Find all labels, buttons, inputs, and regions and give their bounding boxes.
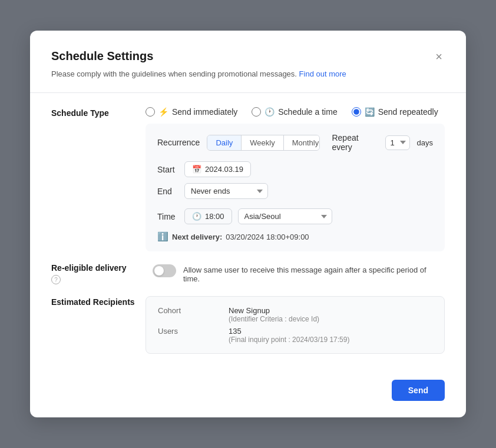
schedule-type-label: Schedule Type bbox=[51, 107, 146, 118]
modal-title: Schedule Settings bbox=[51, 49, 153, 63]
calendar-icon: 📅 bbox=[192, 165, 201, 174]
users-value-group: 135 (Final inquiry point : 2024/03/19 17… bbox=[229, 327, 432, 344]
users-value: 135 bbox=[229, 327, 432, 336]
repeat-unit: days bbox=[417, 138, 433, 147]
clock-small-icon: 🕐 bbox=[192, 212, 201, 221]
modal-description: Please comply with the guidelines when s… bbox=[51, 69, 445, 78]
reeligible-toggle[interactable] bbox=[153, 264, 176, 277]
cohort-value-group: New Signup (Identifier Criteria : device… bbox=[229, 306, 432, 323]
schedule-type-options: ⚡ Send immediately 🕐 Schedule a time 🔄 S… bbox=[146, 107, 445, 251]
modal-header: Schedule Settings × bbox=[51, 49, 445, 64]
repeat-value-select[interactable]: 1 bbox=[385, 135, 410, 150]
next-delivery-row: ℹ️ Next delivery: 03/20/2024 18:00+09:00 bbox=[157, 231, 433, 242]
recurrence-row: Recurrence Daily Weekly Monthly Repeat e… bbox=[157, 133, 433, 152]
recipients-content: Cohort New Signup (Identifier Criteria :… bbox=[146, 296, 445, 368]
end-label: End bbox=[157, 187, 178, 196]
recurrence-label: Recurrence bbox=[157, 138, 200, 147]
repeat-every-label: Repeat every bbox=[332, 133, 378, 152]
users-sub: (Final inquiry point : 2024/03/19 17:59) bbox=[229, 336, 432, 344]
reeligible-label: Re-eligible delivery bbox=[51, 263, 146, 273]
help-icon[interactable]: ? bbox=[51, 275, 61, 284]
start-label: Start bbox=[157, 165, 178, 174]
schedule-type-row: Schedule Type ⚡ Send immediately 🕐 Sched… bbox=[51, 107, 445, 251]
lightning-icon: ⚡ bbox=[158, 107, 168, 117]
timezone-select[interactable]: Asia/Seoul UTC America/New_York bbox=[238, 208, 332, 224]
tab-weekly[interactable]: Weekly bbox=[242, 135, 283, 150]
find-out-more-link[interactable]: Find out more bbox=[299, 69, 346, 78]
next-delivery-value: 03/20/2024 18:00+09:00 bbox=[226, 233, 309, 241]
next-delivery-label: Next delivery: bbox=[172, 233, 222, 241]
time-row: Time 🕐 18:00 Asia/Seoul UTC America/New_… bbox=[157, 208, 433, 224]
radio-send-repeatedly[interactable]: 🔄 Send repeatedly bbox=[352, 107, 438, 117]
cohort-key: Cohort bbox=[158, 306, 229, 323]
modal-footer: Send bbox=[51, 380, 445, 401]
send-button[interactable]: Send bbox=[392, 380, 445, 401]
info-icon: ℹ️ bbox=[157, 231, 168, 242]
reeligible-description: Allow same user to receive this message … bbox=[183, 263, 445, 283]
close-button[interactable]: × bbox=[433, 49, 445, 64]
time-value: 18:00 bbox=[205, 212, 224, 221]
recipients-section-label: Estimated Recipients bbox=[51, 296, 146, 307]
schedule-settings-modal: Schedule Settings × Please comply with t… bbox=[30, 31, 466, 417]
next-delivery-prefix: Next delivery: bbox=[172, 233, 222, 241]
time-display: 🕐 18:00 bbox=[184, 208, 232, 224]
radio-repeatedly-input[interactable] bbox=[352, 107, 361, 117]
toggle-slider bbox=[153, 264, 176, 277]
users-key: Users bbox=[158, 327, 229, 344]
time-label: Time bbox=[157, 212, 178, 221]
tab-monthly[interactable]: Monthly bbox=[284, 135, 320, 150]
start-date-value: 2024.03.19 bbox=[205, 165, 243, 174]
period-end-row: End Never ends On date After occurrences bbox=[157, 183, 433, 199]
recipients-row: Estimated Recipients Cohort New Signup (… bbox=[51, 296, 445, 368]
recipients-section: Cohort New Signup (Identifier Criteria :… bbox=[146, 296, 445, 354]
radio-schedule-time-input[interactable] bbox=[252, 107, 261, 117]
divider bbox=[30, 92, 466, 93]
cohort-value: New Signup bbox=[229, 306, 432, 315]
reeligible-label-group: Re-eligible delivery ? bbox=[51, 263, 146, 284]
repeat-icon: 🔄 bbox=[365, 107, 375, 117]
radio-schedule-time[interactable]: 🕐 Schedule a time bbox=[252, 107, 337, 117]
reeligible-row: Re-eligible delivery ? Allow same user t… bbox=[51, 263, 445, 284]
recipients-grid: Cohort New Signup (Identifier Criteria :… bbox=[158, 306, 432, 344]
period-start-row: Start 📅 2024.03.19 bbox=[157, 161, 433, 177]
tab-daily[interactable]: Daily bbox=[207, 135, 242, 150]
radio-send-immediately[interactable]: ⚡ Send immediately bbox=[146, 107, 237, 117]
clock-icon: 🕐 bbox=[264, 107, 275, 117]
radio-immediately-input[interactable] bbox=[146, 107, 155, 117]
period-row: Start 📅 2024.03.19 End Never ends On dat… bbox=[157, 161, 433, 199]
start-date-input[interactable]: 📅 2024.03.19 bbox=[184, 161, 251, 177]
cohort-sub: (Identifier Criteria : device Id) bbox=[229, 315, 432, 323]
recurrence-tab-group: Daily Weekly Monthly bbox=[207, 135, 320, 151]
recurrence-section: Recurrence Daily Weekly Monthly Repeat e… bbox=[146, 124, 445, 251]
end-select[interactable]: Never ends On date After occurrences bbox=[184, 183, 268, 199]
